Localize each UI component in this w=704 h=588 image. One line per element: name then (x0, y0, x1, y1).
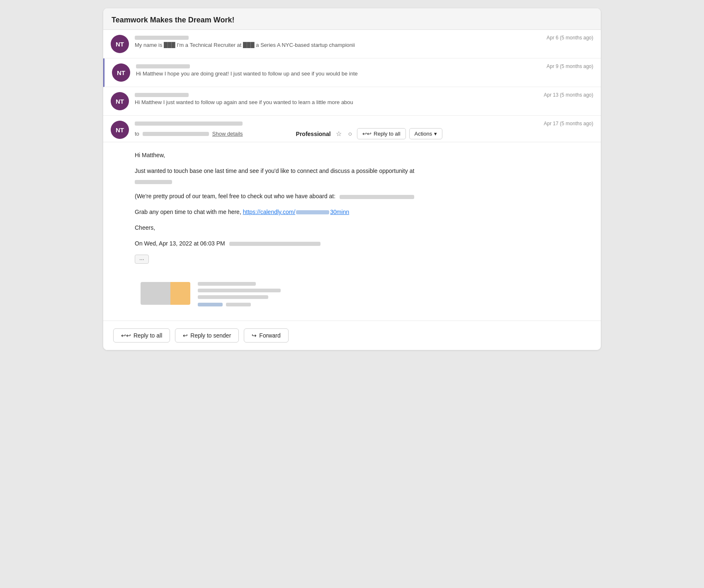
footer-reply-all-button[interactable]: ↩↩ Reply to all (113, 328, 170, 343)
actions-button[interactable]: Actions ▾ (409, 128, 443, 139)
calendly-redacted (296, 210, 329, 214)
show-details-link[interactable]: Show details (212, 131, 243, 137)
sig-line-3 (198, 295, 268, 299)
sender-redacted (136, 64, 190, 68)
ellipsis-icon: ··· (139, 256, 144, 262)
reply-all-button[interactable]: ↩↩ Reply to all (357, 128, 405, 139)
email-quoted-header: On Wed, Apr 13, 2022 at 06:03 PM (135, 239, 591, 249)
footer-actions: ↩↩ Reply to all ↩ Reply to sender ↪ Forw… (103, 321, 601, 350)
footer-reply-sender-label: Reply to sender (190, 332, 231, 339)
signature-logo (141, 282, 190, 305)
email-expanded: Hi Matthew, Just wanted to touch base on… (103, 142, 601, 321)
sig-line-4a (198, 303, 223, 306)
footer-forward-label: Forward (259, 332, 280, 339)
footer-reply-sender-button[interactable]: ↩ Reply to sender (175, 328, 239, 343)
footer-reply-icon: ↩ (183, 332, 188, 339)
email-row[interactable]: NT Apr 9 (5 months ago) Hi Matthew I hop… (103, 58, 601, 87)
avatar: NT (111, 121, 129, 139)
circle-icon: ○ (348, 130, 352, 138)
email-row-content: Apr 13 (5 months ago) Hi Matthew I just … (135, 92, 593, 105)
avatar: NT (111, 35, 129, 53)
page-title: Teamwork Makes the Dream Work! (103, 8, 601, 30)
sender-redacted (135, 36, 189, 40)
sender-redacted (135, 93, 189, 97)
pin-icon: ☆ (336, 130, 342, 138)
sender-redacted (135, 121, 243, 126)
email-signoff: Cheers, (135, 223, 591, 233)
email-row[interactable]: NT Apr 6 (5 months ago) My name is ███ I… (103, 30, 601, 58)
avatar: NT (111, 92, 129, 110)
company-redacted (135, 180, 172, 184)
signature-block (135, 276, 591, 312)
email-thread-container: Teamwork Makes the Dream Work! NT Apr 6 … (103, 8, 601, 350)
sig-line-2 (198, 289, 281, 292)
email-row-content: Apr 6 (5 months ago) My name is ███ I'm … (135, 35, 593, 48)
email-snippet: Hi Matthew I hope you are doing great! I… (136, 70, 593, 77)
to-label: to (135, 131, 139, 137)
avatar: NT (112, 63, 130, 82)
to-redacted (143, 132, 209, 136)
email-date: Apr 6 (5 months ago) (546, 35, 593, 41)
calendly-link[interactable]: https://calendly.com/30minn (243, 209, 350, 215)
actions-label: Actions (415, 131, 432, 137)
email-list: NT Apr 6 (5 months ago) My name is ███ I… (103, 30, 601, 142)
email-greeting: Hi Matthew, (135, 151, 591, 160)
email-date: Apr 9 (5 months ago) (546, 63, 593, 69)
footer-forward-icon: ↪ (252, 332, 257, 339)
quoted-sender-redacted (229, 242, 320, 246)
email-row-content: Apr 9 (5 months ago) Hi Matthew I hope y… (136, 63, 593, 77)
email-para1: Just wanted to touch base one last time … (135, 166, 591, 186)
email-to-row: to Show details Professional ☆ ○ ↩↩ Repl… (135, 128, 593, 139)
signature-details (198, 282, 281, 306)
sig-line-4b (226, 303, 251, 306)
email-snippet: My name is ███ I'm a Technical Recruiter… (135, 42, 593, 48)
pin-button[interactable]: ☆ (334, 128, 343, 139)
reply-all-label: Reply to all (374, 131, 400, 137)
quoted-toggle-button[interactable]: ··· (135, 255, 149, 264)
footer-reply-all-icon: ↩↩ (121, 332, 131, 339)
email-date: Apr 13 (5 months ago) (544, 92, 593, 98)
sig-line-1 (198, 282, 256, 286)
professional-tag: Professional (296, 131, 331, 137)
email-para3: Grab any open time to chat with me here,… (135, 207, 591, 217)
email-snippet: Hi Matthew I just wanted to follow up ag… (135, 99, 593, 105)
email-row-content: Apr 17 (5 months ago) to Show details Pr… (135, 121, 593, 139)
email-body: Hi Matthew, Just wanted to touch base on… (103, 142, 601, 321)
email-row[interactable]: NT Apr 13 (5 months ago) Hi Matthew I ju… (103, 87, 601, 116)
team-url-redacted (340, 195, 414, 199)
chevron-down-icon: ▾ (434, 131, 437, 137)
email-row-expanded[interactable]: NT Apr 17 (5 months ago) to Show details… (103, 116, 601, 142)
footer-reply-all-label: Reply to all (134, 332, 162, 339)
footer-forward-button[interactable]: ↪ Forward (244, 328, 288, 343)
email-date: Apr 17 (5 months ago) (544, 121, 593, 126)
email-para2: (We're pretty proud of our team, feel fr… (135, 192, 591, 202)
circle-button[interactable]: ○ (347, 129, 354, 139)
reply-all-icon: ↩↩ (362, 131, 371, 137)
